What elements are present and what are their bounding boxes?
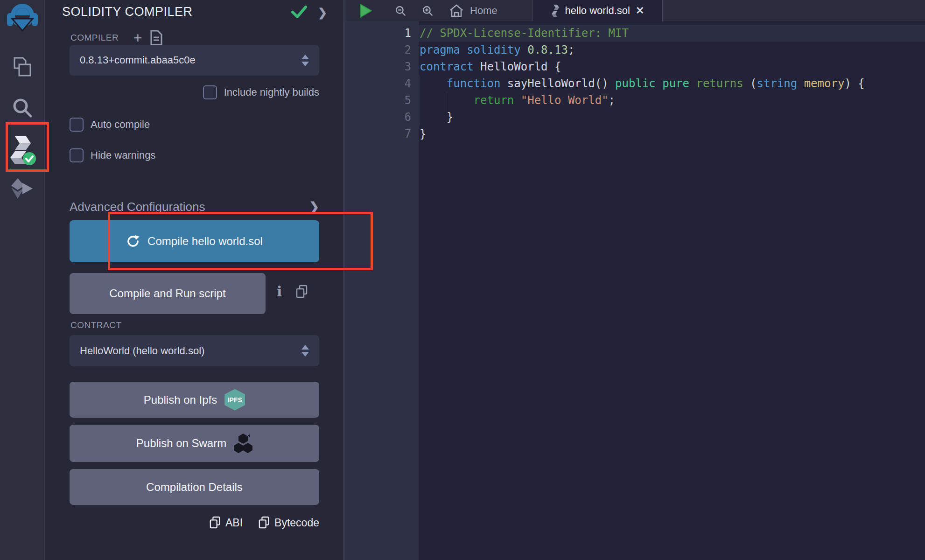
contract-select[interactable]: HelloWorld (hello world.sol)	[70, 335, 319, 366]
solidity-compiler-icon[interactable]	[0, 134, 44, 167]
code-line: pragma solidity 0.8.13;	[420, 42, 865, 58]
copy-icon	[210, 516, 221, 529]
compile-button[interactable]: Compile hello world.sol	[70, 220, 319, 262]
auto-compile-label: Auto compile	[91, 119, 150, 131]
copy-icon	[259, 516, 270, 529]
compile-success-check-icon	[291, 6, 307, 19]
add-compiler-icon[interactable]: +	[133, 31, 142, 45]
activity-bar	[0, 0, 45, 560]
code-line: return "Hello World";	[420, 92, 865, 109]
code-line: function sayHelloWorld() public pure ret…	[420, 75, 865, 92]
open-file-icon[interactable]	[150, 30, 163, 46]
bytecode-label: Bytecode	[274, 517, 319, 529]
contract-select-value: HelloWorld (hello world.sol)	[80, 345, 204, 357]
hide-warnings-label: Hide warnings	[91, 149, 155, 161]
indent-guide	[420, 75, 420, 126]
compile-button-label: Compile hello world.sol	[147, 235, 263, 248]
panel-chevron-right-icon[interactable]: ❯	[318, 6, 327, 19]
line-number: 1	[344, 25, 411, 42]
indent-guide	[447, 92, 447, 114]
auto-compile-checkbox[interactable]	[70, 118, 84, 132]
contract-section-label: CONTRACT	[70, 320, 122, 330]
compiled-check-badge	[23, 152, 36, 165]
line-number: 2	[344, 42, 411, 58]
code-line: }	[420, 126, 865, 142]
search-icon[interactable]	[0, 96, 44, 119]
page-title: SOLIDITY COMPILER	[62, 5, 193, 19]
select-arrows-icon	[301, 345, 309, 357]
select-arrows-icon	[301, 55, 309, 66]
ipfs-icon: IPFS	[224, 389, 245, 411]
line-number: 6	[344, 109, 411, 126]
swarm-icon	[234, 434, 252, 453]
refresh-icon	[126, 234, 140, 248]
remix-logo	[0, 3, 44, 32]
hide-warnings-checkbox[interactable]	[70, 148, 84, 162]
code-line: }	[420, 109, 865, 126]
play-icon[interactable]	[357, 0, 375, 21]
zoom-out-icon[interactable]	[392, 0, 409, 21]
code-editor: Home hello world.sol ✕ 1234567 // SPDX-L…	[344, 0, 925, 560]
compiler-version-select[interactable]: 0.8.13+commit.abaa5c0e	[70, 45, 319, 76]
compilation-details-button[interactable]: Compilation Details	[70, 469, 319, 505]
copy-abi-button[interactable]: ABI	[210, 516, 243, 529]
abi-label: ABI	[225, 517, 243, 529]
compiler-version-value: 0.8.13+commit.abaa5c0e	[80, 54, 196, 66]
advanced-configurations-toggle[interactable]: Advanced Configurations ❯	[70, 200, 319, 214]
gutter-numbers: 1234567	[344, 25, 411, 142]
home-icon	[449, 4, 463, 17]
copy-bytecode-button[interactable]: Bytecode	[259, 516, 319, 529]
line-number: 7	[344, 126, 411, 142]
line-number: 4	[344, 75, 411, 92]
include-nightly-label: Include nightly builds	[224, 86, 319, 98]
zoom-in-icon[interactable]	[419, 0, 436, 21]
solidity-file-icon	[551, 5, 560, 17]
close-tab-icon[interactable]: ✕	[636, 6, 644, 16]
tab-hello-world-label: hello world.sol	[565, 5, 630, 17]
tab-home[interactable]: Home	[449, 0, 498, 21]
publish-ipfs-label: Publish on Ipfs	[144, 393, 217, 406]
editor-tabbar: Home hello world.sol ✕	[344, 0, 925, 21]
include-nightly-checkbox[interactable]	[203, 85, 217, 99]
publish-swarm-label: Publish on Swarm	[136, 437, 226, 450]
solidity-compiler-panel: SOLIDITY COMPILER ❯ COMPILER + 0.8.13+co…	[45, 0, 344, 560]
advanced-configurations-label: Advanced Configurations	[70, 200, 205, 214]
line-number: 5	[344, 92, 411, 109]
file-explorer-icon[interactable]	[0, 56, 44, 79]
code-line: // SPDX-License-Identifier: MIT	[420, 25, 865, 42]
compilation-details-label: Compilation Details	[146, 481, 243, 494]
deploy-run-icon[interactable]	[0, 178, 44, 199]
chevron-right-icon: ❯	[309, 200, 319, 214]
line-number: 3	[344, 58, 411, 75]
copy-icon[interactable]	[296, 285, 308, 299]
code-line: contract HelloWorld {	[420, 58, 865, 75]
tab-home-label: Home	[470, 5, 498, 17]
info-icon[interactable]: i	[277, 283, 282, 300]
compile-and-run-button[interactable]: Compile and Run script	[70, 273, 266, 314]
publish-swarm-button[interactable]: Publish on Swarm	[70, 425, 319, 462]
compile-and-run-label: Compile and Run script	[109, 287, 225, 300]
compiler-section-label: COMPILER	[70, 33, 119, 43]
tab-hello-world[interactable]: hello world.sol ✕	[533, 0, 663, 21]
publish-ipfs-button[interactable]: Publish on Ipfs IPFS	[70, 382, 319, 418]
code-lines[interactable]: // SPDX-License-Identifier: MITpragma so…	[420, 25, 865, 142]
remix-ide-screen: SOLIDITY COMPILER ❯ COMPILER + 0.8.13+co…	[0, 0, 925, 560]
